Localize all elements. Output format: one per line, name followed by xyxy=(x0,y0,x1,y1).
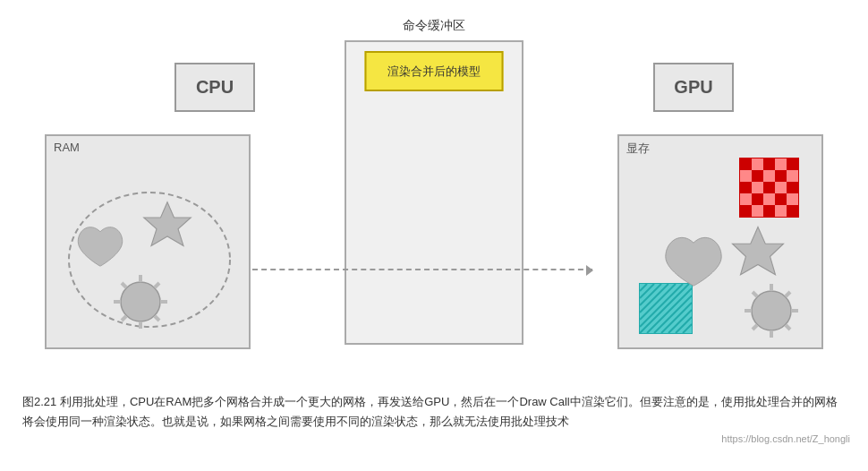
svg-rect-24 xyxy=(763,205,775,217)
main-container: 命令缓冲区 渲染合并后的模型 CPU GPU RAM xyxy=(0,0,868,453)
arrow-line xyxy=(252,269,592,270)
svg-rect-14 xyxy=(763,158,775,170)
gpu-box: GPU xyxy=(653,63,734,112)
svg-line-10 xyxy=(122,316,126,321)
svg-rect-21 xyxy=(752,193,763,205)
svg-rect-17 xyxy=(775,170,787,182)
svg-line-50 xyxy=(753,325,757,330)
svg-rect-15 xyxy=(787,158,798,170)
svg-line-9 xyxy=(155,316,159,321)
caption: 图2.21 利用批处理，CPU在RAM把多个网格合并成一个更大的网格，再发送给G… xyxy=(18,392,850,432)
svg-rect-13 xyxy=(740,158,752,170)
svg-line-8 xyxy=(122,283,126,287)
svg-rect-23 xyxy=(740,205,752,217)
svg-rect-16 xyxy=(752,170,763,182)
svg-rect-18 xyxy=(740,182,752,193)
ram-label: RAM xyxy=(54,141,80,154)
model-box: 渲染合并后的模型 xyxy=(365,51,504,91)
svg-line-47 xyxy=(786,292,790,296)
caption-url: https://blog.csdn.net/Z_hongli xyxy=(18,433,850,444)
svg-line-7 xyxy=(155,283,159,287)
svg-line-48 xyxy=(753,292,757,296)
svg-rect-25 xyxy=(787,205,798,217)
svg-point-2 xyxy=(121,282,160,321)
svg-marker-41 xyxy=(733,227,784,275)
vram-box: 显存 xyxy=(617,134,823,349)
cmd-buffer-label: 命令缓冲区 xyxy=(403,18,465,34)
cmd-buffer-box: 渲染合并后的模型 xyxy=(345,40,523,345)
svg-rect-22 xyxy=(775,193,787,205)
vram-svg xyxy=(624,145,821,347)
svg-marker-1 xyxy=(144,202,191,246)
ram-svg xyxy=(55,154,243,342)
svg-line-49 xyxy=(786,325,790,330)
cpu-box: CPU xyxy=(174,63,255,112)
svg-point-42 xyxy=(752,291,791,330)
ram-box: RAM xyxy=(45,134,251,349)
svg-rect-19 xyxy=(763,182,775,193)
svg-rect-20 xyxy=(787,182,798,193)
diagram-area: 命令缓冲区 渲染合并后的模型 CPU GPU RAM xyxy=(18,9,850,385)
